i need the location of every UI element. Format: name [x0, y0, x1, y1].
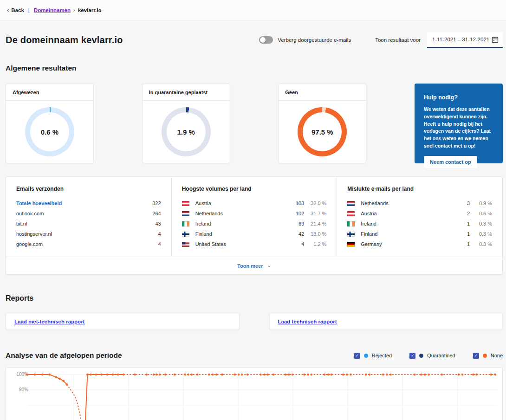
country-count: 102 — [288, 211, 304, 216]
sender-count: 4 — [158, 241, 161, 247]
back-button[interactable]: ‹ Back — [7, 6, 24, 13]
section-heading-analysis: Analyse van de afgelopen periode — [6, 351, 122, 360]
table-row: Finland 1 0.3 % — [347, 229, 492, 239]
finland-flag-icon — [347, 232, 355, 237]
sender-count: 264 — [152, 211, 161, 216]
table-row: Totale hoeveelheid 322 — [16, 198, 161, 208]
quarantined-donut-chart: 1.9 % — [162, 107, 211, 156]
chevron-down-icon: ⌄ — [267, 263, 271, 268]
table-row: bit.nl 43 — [16, 219, 161, 229]
emails-sent-heading: Emails verzonden — [16, 186, 161, 192]
failed-emails-column: Mislukte e-mails per land Netherlands 3 … — [337, 177, 502, 257]
legend-label: None — [491, 353, 503, 358]
page-title: De domeinnaam kevlarr.io — [6, 35, 123, 45]
legend-label: Quarantined — [427, 353, 455, 358]
contact-button[interactable]: Neem contact op — [424, 156, 477, 168]
table-row: Netherlands 102 31.7 % — [182, 208, 327, 219]
non-technical-report-link[interactable]: Laad niet-technisch rapport — [14, 319, 84, 324]
table-row: hostingserver.nl 4 — [16, 229, 161, 239]
country-label: Austria — [361, 211, 454, 216]
series-color-dot — [364, 354, 368, 358]
card-none: Geen 97.5 % — [278, 84, 366, 163]
country-count: 1 — [454, 231, 470, 237]
none-percent: 97.5 % — [298, 107, 347, 156]
checkbox-rejected[interactable]: ✓ — [354, 353, 360, 359]
us-flag-icon — [182, 242, 189, 247]
card-quarantined-title: In quarantaine geplaatst — [143, 84, 230, 101]
show-more-button[interactable]: Toon meer ⌄ — [6, 257, 502, 274]
country-percent: 32.0 % — [304, 200, 326, 206]
date-range-input[interactable] — [432, 37, 492, 42]
checkbox-none[interactable]: ✓ — [473, 353, 479, 359]
austria-flag-icon — [182, 201, 189, 206]
total-amount-link[interactable]: Totale hoeveelheid — [16, 200, 152, 206]
country-percent: 0.3 % — [470, 221, 492, 226]
sender-count: 4 — [158, 231, 161, 237]
country-label: Finland — [195, 231, 289, 237]
country-percent: 13.0 % — [304, 231, 326, 237]
help-card: Hulp nodig? We weten dat deze aantallen … — [415, 84, 503, 163]
table-row: Austria 103 32.0 % — [182, 198, 327, 208]
table-row: Ireland 1 0.3 % — [347, 219, 492, 229]
failed-emails-heading: Mislukte e-mails per land — [347, 186, 492, 192]
country-percent: 0.3 % — [470, 241, 492, 247]
netherlands-flag-icon — [182, 211, 189, 216]
emails-sent-column: Emails verzonden Totale hoeveelheid 322 … — [6, 177, 171, 257]
country-label: Ireland — [361, 221, 454, 226]
quarantined-percent: 1.9 % — [162, 107, 211, 156]
country-count: 69 — [288, 221, 304, 226]
hide-forwarded-toggle[interactable] — [259, 36, 273, 44]
report-card-non-technical: Laad niet-technisch rapport — [6, 313, 240, 330]
table-row: Finland 42 13.0 % — [182, 229, 327, 239]
country-label: Germany — [361, 241, 454, 247]
table-row: Ireland 69 21.4 % — [182, 219, 327, 229]
austria-flag-icon — [347, 211, 355, 216]
country-count: 1 — [454, 221, 470, 226]
sender-label: google.com — [16, 241, 158, 247]
section-heading-general: Algemene resultaten — [6, 64, 503, 72]
date-range-field[interactable] — [427, 32, 503, 48]
country-percent: 31.7 % — [304, 211, 326, 216]
table-row: outlook.com 264 — [16, 208, 161, 219]
line-chart-canvas — [6, 368, 501, 420]
ireland-flag-icon — [347, 221, 355, 226]
table-row: Germany 1 0.3 % — [347, 239, 492, 249]
show-more-label: Toon meer — [237, 263, 263, 269]
country-percent: 0.6 % — [470, 211, 492, 216]
calendar-icon[interactable] — [492, 36, 499, 43]
country-label: Netherlands — [361, 200, 454, 206]
country-count: 2 — [454, 211, 470, 216]
period-line-chart: 100% 90% — [6, 367, 503, 420]
series-color-dot — [483, 354, 487, 358]
technical-report-link[interactable]: Laad technisch rapport — [278, 319, 337, 324]
rejected-donut-chart: 0.6 % — [25, 107, 74, 156]
chevron-right-icon: › — [73, 7, 75, 13]
ireland-flag-icon — [182, 221, 189, 226]
breadcrumb-link-domeinnamen[interactable]: Domeinnamen — [34, 7, 71, 13]
country-label: Ireland — [195, 221, 289, 226]
country-count: 4 — [288, 241, 304, 247]
sender-count: 43 — [155, 221, 161, 226]
volumes-heading: Hoogste volumes per land — [182, 186, 327, 192]
table-row: Netherlands 3 0.9 % — [347, 198, 492, 208]
toggle-knob — [260, 37, 266, 43]
help-card-body: We weten dat deze aantallen overweldigen… — [424, 106, 493, 150]
netherlands-flag-icon — [347, 201, 355, 206]
germany-flag-icon — [347, 242, 355, 247]
stats-card: Emails verzonden Totale hoeveelheid 322 … — [6, 176, 503, 275]
country-count: 1 — [454, 241, 470, 247]
finland-flag-icon — [182, 232, 189, 237]
back-label: Back — [11, 7, 24, 13]
breadcrumb-current: kevlarr.io — [78, 7, 102, 13]
table-row: Austria 2 0.6 % — [347, 208, 492, 219]
breadcrumb-separator: | — [28, 7, 30, 13]
card-quarantined: In quarantaine geplaatst 1.9 % — [142, 84, 230, 163]
card-rejected-title: Afgewezen — [6, 84, 93, 101]
chevron-left-icon: ‹ — [7, 6, 9, 13]
legend-item-none: ✓ None — [473, 353, 503, 359]
series-color-dot — [419, 354, 423, 358]
country-percent: 1.2 % — [304, 241, 326, 247]
date-range-label: Toon resultaat voor — [375, 37, 421, 43]
country-label: Netherlands — [195, 211, 289, 216]
checkbox-quarantined[interactable]: ✓ — [409, 353, 415, 359]
